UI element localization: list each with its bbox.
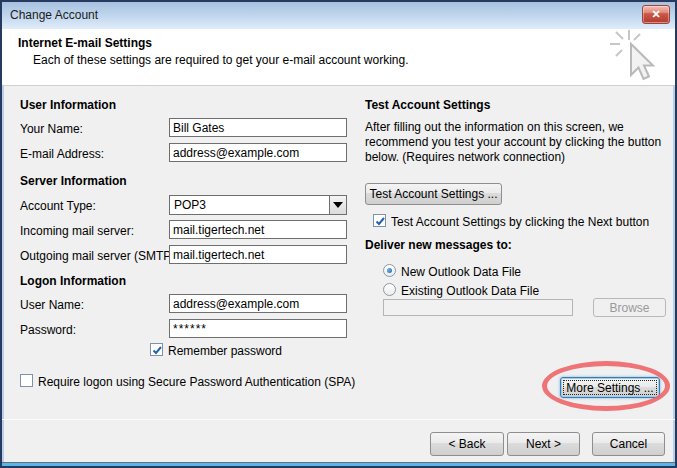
account-type-label: Account Type: <box>20 199 96 213</box>
radio-existing-data-file[interactable] <box>383 283 396 296</box>
footer-divider <box>2 419 675 420</box>
user-name-label: User Name: <box>20 298 84 312</box>
spa-checkbox[interactable] <box>20 374 33 387</box>
more-settings-button[interactable]: More Settings ... <box>560 377 660 398</box>
spa-label[interactable]: Require logon using Secure Password Auth… <box>38 375 355 389</box>
password-label: Password: <box>20 323 76 337</box>
close-icon: ✕ <box>651 8 660 20</box>
page-title: Internet E-mail Settings <box>18 36 152 50</box>
incoming-server-field[interactable] <box>169 220 347 239</box>
user-name-field[interactable] <box>169 294 347 313</box>
remember-password-label[interactable]: Remember password <box>168 344 282 358</box>
test-account-settings-heading: Test Account Settings <box>365 98 490 112</box>
window-frame-bottom <box>2 462 675 466</box>
window-frame-right <box>673 29 675 466</box>
page-subtitle: Each of these settings are required to g… <box>33 53 409 67</box>
radio-dot <box>387 268 392 273</box>
cursor-sparkle-icon <box>607 29 665 86</box>
deliver-heading: Deliver new messages to: <box>365 238 512 252</box>
dialog-header: Internet E-mail Settings Each of these s… <box>2 29 675 86</box>
test-on-next-label[interactable]: Test Account Settings by clicking the Ne… <box>391 215 649 229</box>
password-field[interactable] <box>169 319 347 338</box>
account-type-dropdown-button[interactable] <box>329 196 346 214</box>
checkmark-icon <box>151 344 164 357</box>
radio-new-data-file[interactable] <box>383 264 396 277</box>
test-account-settings-button[interactable]: Test Account Settings ... <box>365 183 502 205</box>
account-type-value: POP3 <box>174 198 206 212</box>
your-name-field[interactable] <box>169 118 347 137</box>
outgoing-server-field[interactable] <box>169 245 347 264</box>
data-file-path-field <box>383 299 573 316</box>
browse-button: Browse <box>593 298 666 317</box>
radio-existing-data-file-label[interactable]: Existing Outlook Data File <box>401 284 539 298</box>
server-information-heading: Server Information <box>20 174 127 188</box>
test-account-settings-description: After filling out the information on thi… <box>365 120 667 165</box>
email-address-field[interactable] <box>169 143 347 162</box>
your-name-label: Your Name: <box>20 122 83 136</box>
titlebar: Change Account <box>2 2 675 29</box>
chevron-down-icon <box>333 202 343 208</box>
radio-new-data-file-label[interactable]: New Outlook Data File <box>401 265 521 279</box>
window-frame-left <box>2 29 4 466</box>
test-on-next-checkbox[interactable] <box>373 214 386 227</box>
next-button[interactable]: Next > <box>507 432 580 456</box>
remember-password-checkbox[interactable] <box>150 343 163 356</box>
back-button[interactable]: < Back <box>430 432 504 456</box>
email-address-label: E-mail Address: <box>20 147 104 161</box>
account-type-select[interactable]: POP3 <box>169 195 347 215</box>
cancel-button[interactable]: Cancel <box>592 432 665 456</box>
logon-information-heading: Logon Information <box>20 274 126 288</box>
incoming-server-label: Incoming mail server: <box>20 224 134 238</box>
outgoing-server-label: Outgoing mail server (SMTP): <box>20 249 179 263</box>
user-information-heading: User Information <box>20 98 116 112</box>
window-title: Change Account <box>10 8 98 22</box>
change-account-dialog: Change Account ✕ Internet E-mail Setting… <box>0 0 677 468</box>
close-button[interactable]: ✕ <box>642 5 670 24</box>
checkmark-icon <box>374 215 387 228</box>
